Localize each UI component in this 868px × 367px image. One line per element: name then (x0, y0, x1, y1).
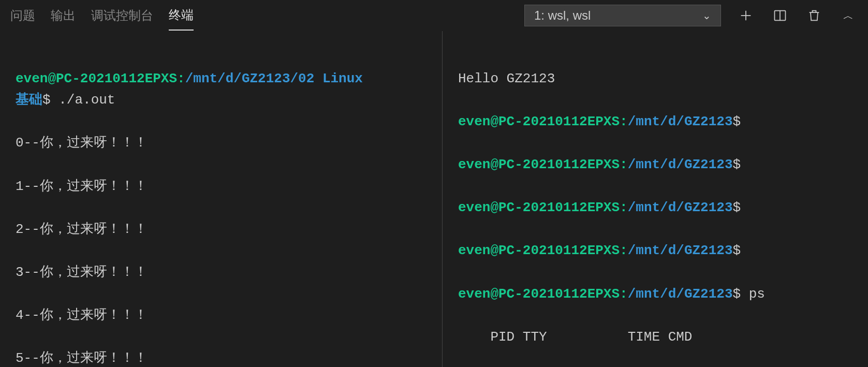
header-right: 1: wsl, wsl ⌄ ︿ (524, 5, 858, 26)
prompt-user-host: even@PC-20210112EPXS (16, 71, 177, 86)
prompt-user-host: even@PC-20210112EPXS (458, 286, 620, 302)
prompt-path: /mnt/d/GZ2123 (628, 114, 733, 129)
chevron-down-icon: ⌄ (702, 9, 711, 22)
kill-terminal-button[interactable] (805, 6, 823, 25)
terminal-selector-label: 1: wsl, wsl (534, 8, 591, 23)
prompt-path: /mnt/d/GZ2123 (628, 157, 733, 172)
chevron-up-icon: ︿ (843, 9, 854, 23)
prompt-user-host: even@PC-20210112EPXS (458, 114, 620, 129)
panel-tabs: 问题 输出 调试控制台 终端 (10, 1, 194, 31)
terminal-selector-dropdown[interactable]: 1: wsl, wsl ⌄ (524, 5, 721, 26)
plus-icon (739, 8, 753, 23)
trash-icon (807, 8, 821, 23)
prompt-colon: : (620, 286, 628, 302)
prompt-colon: : (620, 114, 628, 129)
prompt-user-host: even@PC-20210112EPXS (458, 200, 620, 215)
prompt-dollar: $ (42, 92, 58, 108)
prompt-colon: : (620, 200, 628, 215)
output-line: 0--你，过来呀！！！ (16, 133, 437, 154)
terminal-body: even@PC-20210112EPXS:/mnt/d/GZ2123/02 Li… (0, 31, 868, 367)
tab-problems[interactable]: 问题 (10, 1, 35, 30)
prompt-colon: : (177, 71, 185, 86)
terminal-pane-left[interactable]: even@PC-20210112EPXS:/mnt/d/GZ2123/02 Li… (0, 31, 443, 367)
prompt-path: /mnt/d/GZ2123 (628, 243, 733, 258)
prompt-path: /mnt/d/GZ2123 (628, 200, 733, 215)
prompt-path: /mnt/d/GZ2123 (628, 286, 733, 302)
tab-output[interactable]: 输出 (51, 1, 76, 30)
output-line: 2--你，过来呀！！！ (16, 219, 437, 241)
prompt-path-cn: 基础 (16, 92, 42, 108)
panel-header: 问题 输出 调试控制台 终端 1: wsl, wsl ⌄ ︿ (0, 0, 868, 31)
new-terminal-button[interactable] (737, 6, 755, 25)
prompt-dollar: $ (733, 200, 741, 215)
tab-debug-console[interactable]: 调试控制台 (91, 1, 153, 30)
output-line: 1--你，过来呀！！！ (16, 176, 437, 198)
prompt-dollar: $ (733, 157, 741, 172)
maximize-panel-button[interactable]: ︿ (839, 6, 858, 25)
prompt-path: /mnt/d/GZ2123/02 Linux (185, 71, 371, 86)
prompt-dollar: $ (733, 243, 741, 258)
split-terminal-button[interactable] (771, 6, 789, 25)
prompt-user-host: even@PC-20210112EPXS (458, 157, 620, 172)
output-line: Hello GZ2123 (458, 68, 863, 90)
prompt-colon: : (620, 243, 628, 258)
split-panel-icon (773, 8, 787, 23)
prompt-dollar: $ (733, 286, 741, 302)
prompt-colon: : (620, 157, 628, 172)
prompt-dollar: $ (733, 114, 741, 129)
tab-terminal[interactable]: 终端 (169, 1, 194, 31)
prompt-user-host: even@PC-20210112EPXS (458, 243, 620, 258)
command-text: ps (741, 286, 765, 302)
output-line: 4--你，过来呀！！！ (16, 305, 437, 327)
terminal-pane-right[interactable]: Hello GZ2123 even@PC-20210112EPXS:/mnt/d… (443, 31, 868, 367)
output-line: 3--你，过来呀！！！ (16, 262, 437, 284)
output-line: 5--你，过来呀！！！ (16, 348, 437, 367)
ps-header: PID TTY TIME CMD (458, 327, 863, 348)
command-text: ./a.out (58, 92, 115, 108)
